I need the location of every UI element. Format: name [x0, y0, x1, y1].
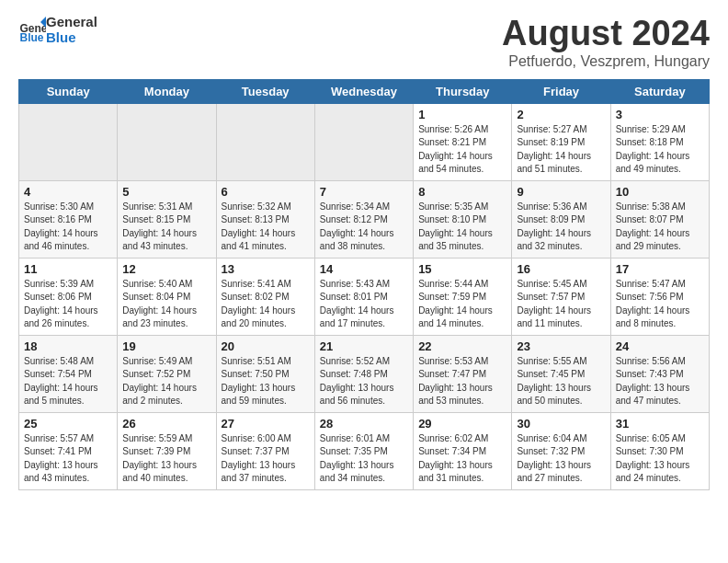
day-info: Sunrise: 5:59 AMSunset: 7:39 PMDaylight:… [122, 432, 210, 486]
day-info: Sunrise: 5:49 AMSunset: 7:52 PMDaylight:… [122, 355, 210, 408]
calendar-cell: 6Sunrise: 5:32 AMSunset: 8:13 PMDaylight… [216, 180, 314, 258]
calendar-table: SundayMondayTuesdayWednesdayThursdayFrid… [18, 79, 710, 490]
day-number: 31 [616, 417, 704, 431]
calendar-cell: 11Sunrise: 5:39 AMSunset: 8:06 PMDayligh… [19, 258, 118, 335]
logo-blue-text: Blue [46, 30, 97, 46]
calendar-cell [216, 103, 314, 180]
calendar-cell: 18Sunrise: 5:48 AMSunset: 7:54 PMDayligh… [19, 335, 118, 412]
day-number: 27 [222, 417, 310, 431]
day-info: Sunrise: 5:40 AMSunset: 8:04 PMDaylight:… [122, 278, 210, 331]
calendar-cell: 12Sunrise: 5:40 AMSunset: 8:04 PMDayligh… [118, 258, 216, 335]
location: Petfuerdo, Veszprem, Hungary [502, 53, 710, 70]
col-header-sunday: Sunday [19, 79, 118, 103]
day-number: 2 [517, 108, 605, 121]
calendar-cell [314, 103, 413, 180]
day-info: Sunrise: 5:56 AMSunset: 7:43 PMDaylight:… [616, 355, 704, 408]
calendar-cell: 9Sunrise: 5:36 AMSunset: 8:09 PMDaylight… [512, 180, 610, 258]
week-row: 11Sunrise: 5:39 AMSunset: 8:06 PMDayligh… [19, 258, 710, 335]
calendar-cell: 3Sunrise: 5:29 AMSunset: 8:18 PMDaylight… [610, 103, 709, 180]
calendar-cell [19, 103, 118, 180]
day-info: Sunrise: 5:53 AMSunset: 7:47 PMDaylight:… [418, 355, 506, 408]
day-number: 20 [222, 339, 310, 353]
day-info: Sunrise: 5:39 AMSunset: 8:06 PMDaylight:… [24, 278, 112, 331]
day-number: 26 [122, 417, 210, 431]
day-number: 6 [222, 185, 310, 199]
col-header-tuesday: Tuesday [216, 79, 314, 103]
day-number: 16 [517, 262, 605, 276]
calendar-cell: 28Sunrise: 6:01 AMSunset: 7:35 PMDayligh… [314, 412, 413, 489]
calendar-cell [118, 103, 216, 180]
calendar-cell: 24Sunrise: 5:56 AMSunset: 7:43 PMDayligh… [610, 335, 709, 412]
day-info: Sunrise: 5:34 AMSunset: 8:12 PMDaylight:… [320, 201, 408, 254]
day-info: Sunrise: 5:44 AMSunset: 7:59 PMDaylight:… [418, 278, 506, 331]
calendar-cell: 20Sunrise: 5:51 AMSunset: 7:50 PMDayligh… [216, 335, 314, 412]
header: General Blue General Blue August 2024 Pe… [18, 15, 710, 70]
day-info: Sunrise: 5:43 AMSunset: 8:01 PMDaylight:… [320, 278, 408, 331]
day-info: Sunrise: 5:51 AMSunset: 7:50 PMDaylight:… [222, 355, 310, 408]
week-row: 18Sunrise: 5:48 AMSunset: 7:54 PMDayligh… [19, 335, 710, 412]
calendar-cell: 27Sunrise: 6:00 AMSunset: 7:37 PMDayligh… [216, 412, 314, 489]
day-number: 18 [24, 339, 112, 353]
day-number: 10 [616, 185, 704, 199]
calendar-cell: 19Sunrise: 5:49 AMSunset: 7:52 PMDayligh… [118, 335, 216, 412]
logo: General Blue General Blue [18, 15, 97, 45]
day-number: 30 [517, 417, 605, 431]
day-info: Sunrise: 5:47 AMSunset: 7:56 PMDaylight:… [616, 278, 704, 331]
week-row: 4Sunrise: 5:30 AMSunset: 8:16 PMDaylight… [19, 180, 710, 258]
month-year: August 2024 [502, 15, 710, 53]
day-number: 15 [418, 262, 506, 276]
calendar-cell: 17Sunrise: 5:47 AMSunset: 7:56 PMDayligh… [610, 258, 709, 335]
day-info: Sunrise: 5:29 AMSunset: 8:18 PMDaylight:… [616, 123, 704, 177]
calendar-cell: 26Sunrise: 5:59 AMSunset: 7:39 PMDayligh… [118, 412, 216, 489]
logo-general-text: General [46, 15, 97, 30]
calendar-cell: 2Sunrise: 5:27 AMSunset: 8:19 PMDaylight… [512, 103, 610, 180]
day-info: Sunrise: 5:35 AMSunset: 8:10 PMDaylight:… [418, 201, 506, 254]
day-number: 22 [418, 339, 506, 353]
day-number: 28 [320, 417, 408, 431]
day-info: Sunrise: 6:00 AMSunset: 7:37 PMDaylight:… [222, 432, 310, 486]
col-header-saturday: Saturday [610, 79, 709, 103]
day-number: 13 [222, 262, 310, 276]
title-area: August 2024 Petfuerdo, Veszprem, Hungary [502, 15, 710, 70]
day-number: 9 [517, 185, 605, 199]
calendar-cell: 30Sunrise: 6:04 AMSunset: 7:32 PMDayligh… [512, 412, 610, 489]
day-number: 3 [616, 108, 704, 121]
calendar-cell: 16Sunrise: 5:45 AMSunset: 7:57 PMDayligh… [512, 258, 610, 335]
day-info: Sunrise: 5:31 AMSunset: 8:15 PMDaylight:… [122, 201, 210, 254]
day-info: Sunrise: 5:57 AMSunset: 7:41 PMDaylight:… [24, 432, 112, 486]
calendar-cell: 8Sunrise: 5:35 AMSunset: 8:10 PMDaylight… [414, 180, 512, 258]
day-info: Sunrise: 5:38 AMSunset: 8:07 PMDaylight:… [616, 201, 704, 254]
day-info: Sunrise: 6:02 AMSunset: 7:34 PMDaylight:… [418, 432, 506, 486]
calendar-cell: 23Sunrise: 5:55 AMSunset: 7:45 PMDayligh… [512, 335, 610, 412]
day-number: 8 [418, 185, 506, 199]
col-header-thursday: Thursday [414, 79, 512, 103]
calendar-cell: 4Sunrise: 5:30 AMSunset: 8:16 PMDaylight… [19, 180, 118, 258]
day-info: Sunrise: 5:36 AMSunset: 8:09 PMDaylight:… [517, 201, 605, 254]
day-number: 12 [122, 262, 210, 276]
day-number: 21 [320, 339, 408, 353]
day-number: 19 [122, 339, 210, 353]
col-header-monday: Monday [118, 79, 216, 103]
svg-text:Blue: Blue [20, 31, 44, 44]
logo-icon: General Blue [18, 17, 46, 44]
calendar-cell: 15Sunrise: 5:44 AMSunset: 7:59 PMDayligh… [414, 258, 512, 335]
calendar-cell: 5Sunrise: 5:31 AMSunset: 8:15 PMDaylight… [118, 180, 216, 258]
day-info: Sunrise: 5:48 AMSunset: 7:54 PMDaylight:… [24, 355, 112, 408]
day-number: 17 [616, 262, 704, 276]
day-info: Sunrise: 5:27 AMSunset: 8:19 PMDaylight:… [517, 123, 605, 177]
day-info: Sunrise: 5:32 AMSunset: 8:13 PMDaylight:… [222, 201, 310, 254]
day-info: Sunrise: 6:05 AMSunset: 7:30 PMDaylight:… [616, 432, 704, 486]
day-number: 1 [418, 108, 506, 121]
calendar-cell: 21Sunrise: 5:52 AMSunset: 7:48 PMDayligh… [314, 335, 413, 412]
day-info: Sunrise: 5:41 AMSunset: 8:02 PMDaylight:… [222, 278, 310, 331]
col-header-wednesday: Wednesday [314, 79, 413, 103]
day-info: Sunrise: 5:55 AMSunset: 7:45 PMDaylight:… [517, 355, 605, 408]
day-info: Sunrise: 5:52 AMSunset: 7:48 PMDaylight:… [320, 355, 408, 408]
col-header-friday: Friday [512, 79, 610, 103]
day-number: 23 [517, 339, 605, 353]
day-info: Sunrise: 6:04 AMSunset: 7:32 PMDaylight:… [517, 432, 605, 486]
day-number: 14 [320, 262, 408, 276]
day-number: 24 [616, 339, 704, 353]
day-number: 4 [24, 185, 112, 199]
calendar-cell: 14Sunrise: 5:43 AMSunset: 8:01 PMDayligh… [314, 258, 413, 335]
